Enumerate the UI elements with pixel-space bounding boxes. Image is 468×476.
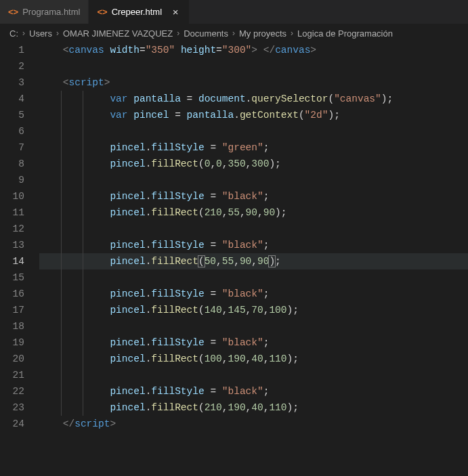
line-number: 7	[0, 139, 24, 156]
line-number: 5	[0, 107, 24, 123]
code-line[interactable]: pincel.fillStyle = "black";	[39, 188, 468, 204]
code-line[interactable]: pincel.fillStyle = "green";	[39, 139, 468, 156]
close-icon[interactable]: ×	[170, 7, 181, 18]
code-line[interactable]: pincel.fillRect(50,55,90,90);	[39, 253, 468, 269]
tab-label: Programa.html	[22, 7, 80, 17]
line-number: 21	[0, 367, 24, 383]
code-line[interactable]	[39, 123, 468, 139]
code-line[interactable]: var pantalla = document.querySelector("c…	[39, 91, 468, 107]
code-line[interactable]	[39, 172, 468, 188]
line-number: 17	[0, 302, 24, 318]
code-line[interactable]: pincel.fillRect(140,145,70,100);	[39, 302, 468, 318]
line-number: 19	[0, 334, 24, 351]
code-line[interactable]	[39, 367, 468, 383]
code-line[interactable]: <script>	[39, 74, 468, 91]
code-line[interactable]: pincel.fillStyle = "black";	[39, 237, 468, 253]
chevron-right-icon: ›	[22, 28, 25, 38]
code-line[interactable]: pincel.fillRect(210,55,90,90);	[39, 204, 468, 221]
tab-bar: <> Programa.html <> Crepeer.html ×	[0, 0, 468, 24]
line-number: 13	[0, 237, 24, 253]
chevron-right-icon: ›	[232, 28, 235, 38]
code-line[interactable]: pincel.fillStyle = "black";	[39, 334, 468, 351]
line-number: 8	[0, 156, 24, 172]
tab-label: Crepeer.html	[112, 7, 162, 17]
breadcrumb-item[interactable]: My proyects	[239, 28, 286, 39]
tab-programa[interactable]: <> Programa.html	[0, 0, 89, 24]
code-line[interactable]	[39, 269, 468, 286]
code-area[interactable]: <canvas width="350" height="300"> </canv…	[39, 42, 468, 432]
code-line[interactable]: pincel.fillRect(0,0,350,300);	[39, 156, 468, 172]
line-number: 24	[0, 416, 24, 432]
code-line[interactable]: <canvas width="350" height="300"> </canv…	[39, 42, 468, 58]
tab-crepeer[interactable]: <> Crepeer.html ×	[89, 0, 190, 24]
breadcrumb-item[interactable]: Logica de Programación	[297, 28, 393, 39]
chevron-right-icon: ›	[291, 28, 293, 38]
code-line[interactable]: </script>	[39, 416, 468, 432]
line-number: 23	[0, 399, 24, 416]
line-number: 16	[0, 286, 24, 302]
code-line[interactable]: pincel.fillRect(210,190,40,110);	[39, 399, 468, 416]
code-line[interactable]	[39, 58, 468, 74]
line-number: 20	[0, 351, 24, 367]
chevron-right-icon: ›	[56, 28, 59, 38]
line-number-gutter: 123456789101112131415161718192021222324	[0, 42, 39, 432]
breadcrumb-item[interactable]: OMAR JIMENEZ VAZQUEZ	[63, 28, 173, 39]
line-number: 22	[0, 383, 24, 399]
line-number: 2	[0, 58, 24, 74]
line-number: 9	[0, 172, 24, 188]
line-number: 1	[0, 42, 24, 58]
breadcrumb-item[interactable]: Documents	[184, 28, 228, 39]
code-line[interactable]	[39, 318, 468, 334]
code-line[interactable]: var pincel = pantalla.getContext("2d");	[39, 107, 468, 123]
code-line[interactable]: pincel.fillStyle = "black";	[39, 286, 468, 302]
line-number: 12	[0, 221, 24, 237]
html-file-icon: <>	[8, 7, 18, 17]
line-number: 15	[0, 269, 24, 286]
html-file-icon: <>	[97, 7, 107, 17]
breadcrumb-item[interactable]: C:	[9, 28, 18, 39]
line-number: 10	[0, 188, 24, 204]
line-number: 11	[0, 204, 24, 221]
code-line[interactable]: pincel.fillRect(100,190,40,110);	[39, 351, 468, 367]
code-line[interactable]	[39, 221, 468, 237]
line-number: 6	[0, 123, 24, 139]
line-number: 4	[0, 91, 24, 107]
line-number: 14	[0, 253, 24, 269]
line-number: 3	[0, 74, 24, 91]
line-number: 18	[0, 318, 24, 334]
code-line[interactable]: pincel.fillStyle = "black";	[39, 383, 468, 399]
code-editor[interactable]: 123456789101112131415161718192021222324 …	[0, 42, 468, 432]
breadcrumb-item[interactable]: Users	[29, 28, 52, 39]
chevron-right-icon: ›	[177, 28, 179, 38]
breadcrumb: C: › Users › OMAR JIMENEZ VAZQUEZ › Docu…	[0, 24, 468, 42]
